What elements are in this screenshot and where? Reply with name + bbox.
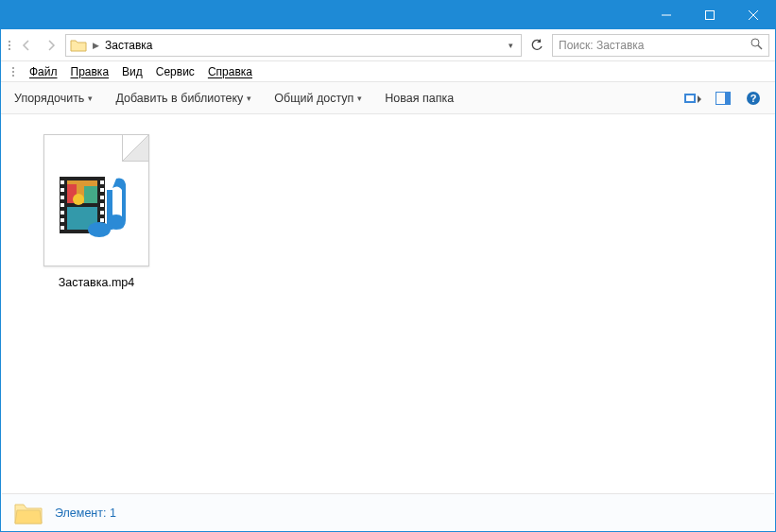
address-dropdown-icon[interactable]: ▾ xyxy=(505,41,517,50)
organize-button[interactable]: Упорядочить▾ xyxy=(14,92,93,105)
svg-line-5 xyxy=(758,45,762,49)
svg-rect-27 xyxy=(100,218,104,222)
svg-rect-21 xyxy=(60,226,64,230)
svg-text:?: ? xyxy=(750,93,757,104)
svg-point-32 xyxy=(73,194,84,205)
svg-point-4 xyxy=(751,39,759,46)
svg-rect-25 xyxy=(100,203,104,207)
menu-view[interactable]: Вид xyxy=(122,65,143,78)
menu-tools[interactable]: Сервис xyxy=(156,65,195,78)
refresh-button[interactable] xyxy=(526,34,548,57)
file-thumbnail xyxy=(43,134,149,266)
file-item[interactable]: Заставка.mp4 xyxy=(30,134,163,289)
svg-rect-19 xyxy=(60,211,64,215)
new-folder-button[interactable]: Новая папка xyxy=(385,92,454,105)
minimize-button[interactable] xyxy=(645,1,688,29)
back-button[interactable] xyxy=(16,35,37,56)
svg-rect-35 xyxy=(107,190,112,230)
menu-bar: Файл Правка Вид Сервис Справка xyxy=(1,61,775,82)
menu-file[interactable]: Файл xyxy=(29,65,58,78)
breadcrumb-chevron-icon: ▶ xyxy=(93,41,99,50)
address-bar[interactable]: ▶ Заставка ▾ xyxy=(65,34,522,57)
status-text: Элемент: 1 xyxy=(55,506,116,520)
search-placeholder: Поиск: Заставка xyxy=(559,39,644,52)
media-file-icon xyxy=(58,171,137,239)
svg-rect-23 xyxy=(100,188,104,192)
folder-icon xyxy=(70,39,87,52)
chevron-down-icon: ▾ xyxy=(247,94,251,103)
menu-edit[interactable]: Правка xyxy=(71,65,110,78)
window-titlebar xyxy=(1,1,775,29)
file-list[interactable]: Заставка.mp4 xyxy=(2,115,774,493)
breadcrumb-folder[interactable]: Заставка xyxy=(105,39,153,52)
menu-help[interactable]: Справка xyxy=(208,65,252,78)
nav-row: ▶ Заставка ▾ Поиск: Заставка xyxy=(1,29,775,61)
svg-rect-16 xyxy=(60,188,64,192)
view-options-button[interactable] xyxy=(684,90,701,107)
svg-rect-22 xyxy=(100,180,104,184)
svg-rect-20 xyxy=(60,218,64,222)
svg-rect-9 xyxy=(725,93,730,104)
forward-button[interactable] xyxy=(41,35,61,56)
svg-rect-15 xyxy=(60,180,64,184)
maximize-button[interactable] xyxy=(688,1,732,29)
grip-icon xyxy=(10,67,16,77)
share-button[interactable]: Общий доступ▾ xyxy=(274,92,362,105)
svg-rect-26 xyxy=(100,211,104,215)
close-button[interactable] xyxy=(732,1,775,29)
svg-rect-1 xyxy=(706,11,715,20)
search-input[interactable]: Поиск: Заставка xyxy=(552,34,769,57)
status-bar: Элемент: 1 xyxy=(2,493,774,531)
grip-icon xyxy=(7,41,12,50)
folder-icon xyxy=(13,501,43,525)
svg-rect-18 xyxy=(60,203,64,207)
search-icon xyxy=(750,38,763,53)
command-toolbar: Упорядочить▾ Добавить в библиотеку▾ Общи… xyxy=(1,82,775,114)
preview-pane-button[interactable] xyxy=(715,90,732,107)
svg-rect-7 xyxy=(686,95,694,101)
help-button[interactable]: ? xyxy=(745,90,762,107)
svg-rect-31 xyxy=(84,186,97,203)
chevron-down-icon: ▾ xyxy=(357,94,362,103)
chevron-down-icon: ▾ xyxy=(88,94,93,103)
file-name: Заставка.mp4 xyxy=(30,276,163,289)
add-to-library-button[interactable]: Добавить в библиотеку▾ xyxy=(115,92,251,105)
svg-rect-24 xyxy=(100,196,104,199)
svg-rect-17 xyxy=(60,196,64,199)
